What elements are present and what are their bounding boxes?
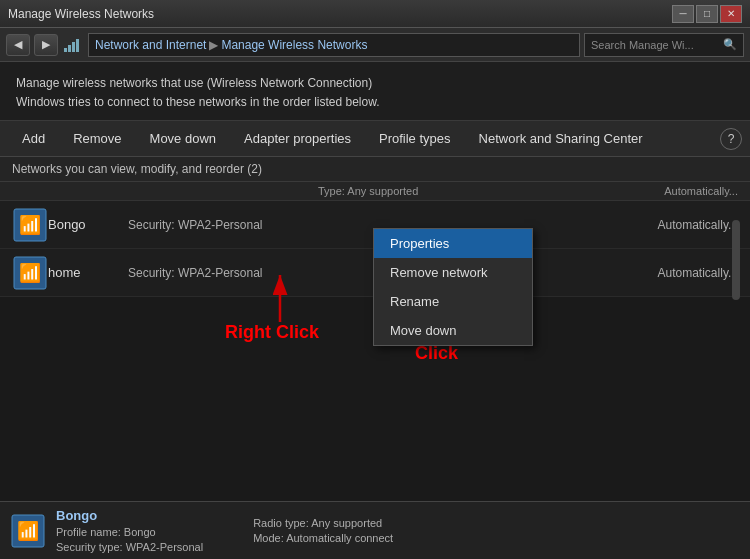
context-menu-properties[interactable]: Properties (374, 229, 532, 258)
context-menu-remove[interactable]: Remove network (374, 258, 532, 287)
status-wifi-icon: 📶 (10, 513, 46, 549)
col-type: Type: Any supported (318, 185, 664, 197)
status-right-info: Radio type: Any supported Mode: Automati… (253, 517, 393, 544)
signal-icon (64, 36, 82, 54)
network-name-bongo: Bongo (48, 217, 108, 232)
network-list-header: Networks you can view, modify, and reord… (0, 157, 750, 182)
window-title: Manage Wireless Networks (8, 7, 672, 21)
svg-rect-2 (72, 42, 75, 52)
forward-button[interactable]: ▶ (34, 34, 58, 56)
help-button[interactable]: ? (720, 128, 742, 150)
search-box[interactable]: Search Manage Wi... 🔍 (584, 33, 744, 57)
column-header-row: Type: Any supported Automatically... (0, 182, 750, 201)
info-line2: Windows tries to connect to these networ… (16, 93, 734, 112)
search-icon: 🔍 (723, 38, 737, 51)
status-profile-name: Profile name: Bongo (56, 526, 203, 538)
minimize-button[interactable]: ─ (672, 5, 694, 23)
back-icon: ◀ (14, 38, 22, 51)
network-security-home: Security: WPA2-Personal (128, 266, 288, 280)
status-radio-type: Radio type: Any supported (253, 517, 393, 529)
scroll-indicator[interactable] (732, 220, 740, 300)
network-auto-bongo: Automatically... (658, 218, 738, 232)
window-controls: ─ □ ✕ (672, 5, 742, 23)
status-bar: 📶 Bongo Profile name: Bongo Security typ… (0, 501, 750, 559)
click-annotation: Click (415, 343, 458, 364)
status-security-type: Security type: WPA2-Personal (56, 541, 203, 553)
forward-icon: ▶ (42, 38, 50, 51)
move-down-button[interactable]: Move down (136, 125, 230, 152)
network-sharing-button[interactable]: Network and Sharing Center (465, 125, 657, 152)
path-separator1: ▶ (209, 38, 218, 52)
network-count-label: Networks you can view, modify, and reord… (12, 162, 262, 176)
path-part2[interactable]: Manage Wireless Networks (221, 38, 367, 52)
address-bar: ◀ ▶ Network and Internet ▶ Manage Wirele… (0, 28, 750, 62)
col-security (138, 185, 298, 197)
right-click-annotation: Right Click (225, 322, 319, 343)
add-button[interactable]: Add (8, 125, 59, 152)
context-menu-rename[interactable]: Rename (374, 287, 532, 316)
status-network-name: Bongo (56, 508, 203, 523)
svg-rect-3 (76, 39, 79, 52)
adapter-properties-button[interactable]: Adapter properties (230, 125, 365, 152)
context-menu: Properties Remove network Rename Move do… (373, 228, 533, 346)
status-info: Bongo Profile name: Bongo Security type:… (56, 508, 203, 553)
back-button[interactable]: ◀ (6, 34, 30, 56)
svg-text:📶: 📶 (19, 262, 42, 284)
svg-text:📶: 📶 (17, 520, 40, 542)
svg-rect-0 (64, 48, 67, 52)
info-section: Manage wireless networks that use (Wirel… (0, 62, 750, 121)
network-name-home: home (48, 265, 108, 280)
profile-types-button[interactable]: Profile types (365, 125, 465, 152)
status-mode: Mode: Automatically connect (253, 532, 393, 544)
title-bar: Manage Wireless Networks ─ □ ✕ (0, 0, 750, 28)
wifi-icon-bongo: 📶 (12, 207, 48, 243)
close-button[interactable]: ✕ (720, 5, 742, 23)
path-part1[interactable]: Network and Internet (95, 38, 206, 52)
svg-text:📶: 📶 (19, 214, 42, 236)
wifi-icon-home: 📶 (12, 255, 48, 291)
search-placeholder: Search Manage Wi... (591, 39, 694, 51)
toolbar: Add Remove Move down Adapter properties … (0, 121, 750, 157)
context-menu-move-down[interactable]: Move down (374, 316, 532, 345)
address-path[interactable]: Network and Internet ▶ Manage Wireless N… (88, 33, 580, 57)
network-security-bongo: Security: WPA2-Personal (128, 218, 288, 232)
info-line1: Manage wireless networks that use (Wirel… (16, 74, 734, 93)
col-name (58, 185, 118, 197)
network-auto-home: Automatically... (658, 266, 738, 280)
svg-rect-1 (68, 45, 71, 52)
remove-button[interactable]: Remove (59, 125, 135, 152)
maximize-button[interactable]: □ (696, 5, 718, 23)
col-auto: Automatically... (664, 185, 738, 197)
